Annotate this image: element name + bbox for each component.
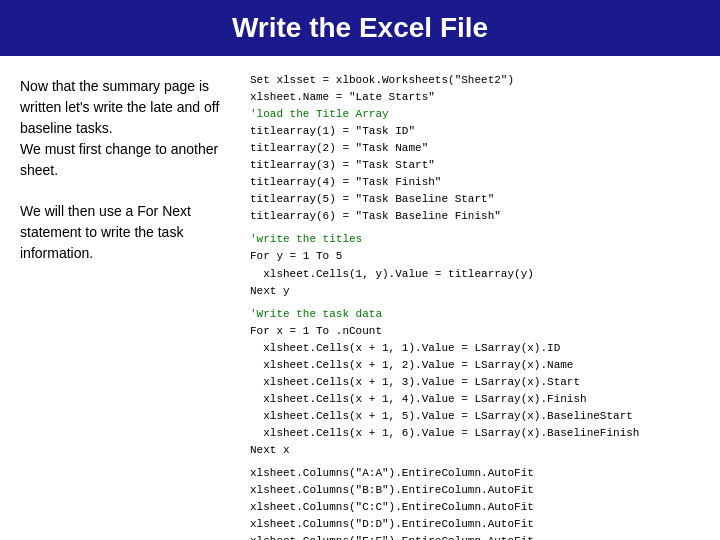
code-section-1: Set xlsset = xlbook.Worksheets("Sheet2")… (250, 72, 700, 225)
code-line: xlsheet.Cells(x + 1, 5).Value = LSarray(… (250, 408, 700, 425)
title-bar: Write the Excel File (0, 0, 720, 56)
code-line: xlsheet.Columns("E:E").EntireColumn.Auto… (250, 533, 700, 540)
text-block-1: Now that the summary page is written let… (20, 76, 230, 181)
code-comment: 'write the titles (250, 231, 700, 248)
code-line: xlsheet.Columns("C:C").EntireColumn.Auto… (250, 499, 700, 516)
code-section-2: 'write the titles For y = 1 To 5 xlsheet… (250, 231, 700, 299)
code-line: xlsheet.Columns("D:D").EntireColumn.Auto… (250, 516, 700, 533)
code-line: xlsheet.Cells(x + 1, 4).Value = LSarray(… (250, 391, 700, 408)
code-line: For x = 1 To .nCount (250, 323, 700, 340)
text-block-2: We will then use a For Next statement to… (20, 201, 230, 264)
code-line: xlsheet.Cells(x + 1, 1).Value = LSarray(… (250, 340, 700, 357)
code-line: xlsheet.Cells(x + 1, 2).Value = LSarray(… (250, 357, 700, 374)
content-area: Now that the summary page is written let… (0, 56, 720, 540)
code-line: titlearray(2) = "Task Name" (250, 140, 700, 157)
code-line: For y = 1 To 5 (250, 248, 700, 265)
code-line: xlsheet.Cells(1, y).Value = titlearray(y… (250, 266, 700, 283)
code-line: titlearray(4) = "Task Finish" (250, 174, 700, 191)
code-section-4: xlsheet.Columns("A:A").EntireColumn.Auto… (250, 465, 700, 540)
slide: Write the Excel File Now that the summar… (0, 0, 720, 540)
code-comment: 'load the Title Array (250, 106, 700, 123)
code-line: xlsheet.Name = "Late Starts" (250, 89, 700, 106)
code-line: titlearray(5) = "Task Baseline Start" (250, 191, 700, 208)
code-line: xlsheet.Columns("A:A").EntireColumn.Auto… (250, 465, 700, 482)
code-section-3: 'Write the task data For x = 1 To .nCoun… (250, 306, 700, 459)
code-comment: 'Write the task data (250, 306, 700, 323)
code-line: xlsheet.Cells(x + 1, 3).Value = LSarray(… (250, 374, 700, 391)
code-line: xlsheet.Columns("B:B").EntireColumn.Auto… (250, 482, 700, 499)
code-line: titlearray(6) = "Task Baseline Finish" (250, 208, 700, 225)
code-line: Next y (250, 283, 700, 300)
code-panel: Set xlsset = xlbook.Worksheets("Sheet2")… (250, 72, 700, 540)
code-line: xlsheet.Cells(x + 1, 6).Value = LSarray(… (250, 425, 700, 442)
code-line: Set xlsset = xlbook.Worksheets("Sheet2") (250, 72, 700, 89)
code-line: titlearray(1) = "Task ID" (250, 123, 700, 140)
code-line: Next x (250, 442, 700, 459)
left-panel: Now that the summary page is written let… (20, 72, 230, 540)
slide-title: Write the Excel File (20, 12, 700, 44)
code-line: titlearray(3) = "Task Start" (250, 157, 700, 174)
